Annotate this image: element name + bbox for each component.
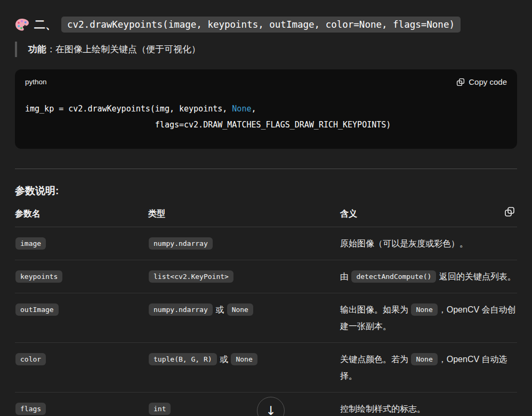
- param-type-cell: tuple(B, G, R) 或 None: [148, 351, 340, 367]
- params-heading: 参数说明:: [15, 184, 517, 198]
- code-chip: int: [149, 403, 171, 415]
- section-number: 二、: [34, 17, 57, 32]
- code-text: img_kp = cv2.drawKeypoints(img, keypoint…: [25, 104, 232, 114]
- code-line-1: img_kp = cv2.drawKeypoints(img, keypoint…: [25, 101, 507, 117]
- param-meaning-cell: 原始图像（可以是灰度或彩色）。: [340, 235, 517, 252]
- param-type-cell: int: [148, 401, 340, 416]
- param-meaning-cell: 关键点颜色。若为 None，OpenCV 自动选择。: [340, 351, 517, 384]
- param-name-cell: image: [15, 235, 148, 252]
- code-chip: None: [411, 353, 437, 365]
- code-chip: numpy.ndarray: [149, 303, 213, 316]
- code-chip: detectAndCompute(): [351, 270, 436, 283]
- cell-text: 关键点颜色。若为: [340, 355, 410, 364]
- code-language-label: python: [25, 78, 47, 86]
- param-name-cell: flags: [15, 401, 148, 416]
- code-keyword-none: None: [232, 104, 251, 114]
- param-type-cell: numpy.ndarray: [148, 235, 340, 252]
- cell-text: 输出图像。如果为: [340, 305, 410, 314]
- feature-label: 功能: [28, 44, 46, 54]
- copy-code-label: Copy code: [469, 77, 507, 86]
- cell-text: 返回的关键点列表。: [437, 272, 515, 281]
- code-chip: None: [411, 303, 437, 316]
- param-type-cell: list<cv2.KeyPoint>: [148, 268, 340, 285]
- code-chip: None: [227, 303, 253, 316]
- param-meaning-cell: 由 detectAndCompute() 返回的关键点列表。: [340, 268, 517, 285]
- code-chip: numpy.ndarray: [149, 237, 213, 250]
- code-body: img_kp = cv2.drawKeypoints(img, keypoint…: [15, 86, 517, 149]
- copy-icon: [456, 78, 465, 86]
- code-chip: outImage: [15, 303, 59, 316]
- param-meaning-cell: 输出图像。如果为 None，OpenCV 会自动创建一张副本。: [340, 301, 517, 334]
- param-name-cell: keypoints: [15, 268, 148, 285]
- section-title-row: 二、 cv2.drawKeypoints(image, keypoints, o…: [15, 0, 517, 33]
- params-table: 参数名 类型 含义 imagenumpy.ndarray原始图像（可以是灰度或彩…: [15, 205, 517, 416]
- function-signature-chip: cv2.drawKeypoints(image, keypoints, outI…: [61, 17, 461, 33]
- copy-icon: [504, 206, 515, 217]
- section-divider: [15, 169, 517, 169]
- arrow-down-icon: ↓: [265, 404, 276, 416]
- header-param-type: 类型: [148, 209, 340, 220]
- cell-text: 原始图像（可以是灰度或彩色）。: [340, 239, 468, 248]
- header-param-name: 参数名: [15, 209, 148, 220]
- table-header-row: 参数名 类型 含义: [15, 205, 517, 227]
- code-block-header: python Copy code: [15, 69, 517, 86]
- code-chip: keypoints: [15, 270, 62, 283]
- param-name-cell: color: [15, 351, 148, 367]
- table-row: imagenumpy.ndarray原始图像（可以是灰度或彩色）。: [15, 227, 517, 260]
- copy-code-button[interactable]: Copy code: [456, 77, 507, 86]
- cell-text: 或: [213, 305, 227, 314]
- cell-text: 由: [340, 272, 351, 281]
- copy-table-button[interactable]: [503, 205, 516, 220]
- cell-text: 控制绘制样式的标志。: [340, 404, 425, 413]
- feature-text: 在图像上绘制关键点（便于可视化）: [55, 44, 200, 54]
- code-chip: color: [15, 353, 46, 365]
- chat-message-page: 二、 cv2.drawKeypoints(image, keypoints, o…: [0, 0, 532, 416]
- code-chip: tuple(B, G, R): [149, 353, 217, 365]
- code-chip: list<cv2.KeyPoint>: [149, 270, 233, 283]
- header-param-meaning: 含义: [340, 209, 517, 220]
- feature-blockquote: 功能：在图像上绘制关键点（便于可视化）: [15, 42, 517, 57]
- feature-separator: ：: [46, 44, 55, 54]
- code-line-2: flags=cv2.DRAW_MATCHES_FLAGS_DRAW_RICH_K…: [25, 117, 507, 133]
- table-row: outImagenumpy.ndarray 或 None输出图像。如果为 Non…: [15, 293, 517, 343]
- code-chip: image: [15, 237, 46, 250]
- palette-icon: [15, 18, 29, 31]
- table-row: colortuple(B, G, R) 或 None关键点颜色。若为 None，…: [15, 343, 517, 393]
- code-chip: None: [231, 353, 257, 365]
- code-chip: flags: [15, 403, 46, 415]
- cell-text: 或: [217, 355, 231, 364]
- param-meaning-cell: 控制绘制样式的标志。: [340, 401, 517, 416]
- param-name-cell: outImage: [15, 301, 148, 318]
- table-row: keypointslist<cv2.KeyPoint>由 detectAndCo…: [15, 260, 517, 293]
- code-block: python Copy code img_kp = cv2.drawKeypoi…: [15, 69, 517, 149]
- code-text: ,: [251, 104, 256, 114]
- table-body: imagenumpy.ndarray原始图像（可以是灰度或彩色）。keypoin…: [15, 227, 517, 416]
- param-type-cell: numpy.ndarray 或 None: [148, 301, 340, 318]
- message-content: 二、 cv2.drawKeypoints(image, keypoints, o…: [0, 0, 532, 416]
